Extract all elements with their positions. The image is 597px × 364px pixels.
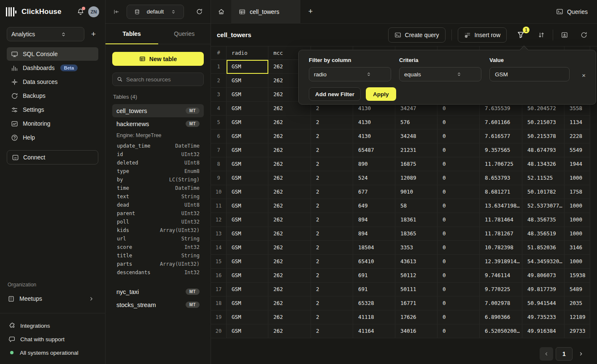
- grid-cell[interactable]: 262: [268, 213, 311, 227]
- explorer-tab-tables[interactable]: Tables: [105, 24, 158, 44]
- grid-cell[interactable]: 8: [211, 157, 227, 171]
- grid-cell[interactable]: 0: [438, 310, 480, 324]
- grid-cell[interactable]: 0: [438, 297, 480, 310]
- queries-button[interactable]: Queries: [556, 0, 588, 23]
- database-selector[interactable]: default: [127, 5, 184, 19]
- grid-cell[interactable]: 2: [311, 227, 353, 241]
- grid-cell[interactable]: 1000: [565, 227, 590, 241]
- grid-cell[interactable]: GSM: [227, 74, 268, 88]
- grid-cell[interactable]: 3: [211, 88, 227, 102]
- grid-cell[interactable]: 0: [438, 213, 480, 227]
- add-workspace-button[interactable]: +: [89, 29, 98, 40]
- grid-cell[interactable]: 14: [211, 241, 227, 255]
- grid-cell[interactable]: 7.002978: [480, 297, 522, 310]
- grid-cell[interactable]: 262: [268, 157, 311, 171]
- grid-cell[interactable]: 11.781464: [480, 213, 522, 227]
- grid-cell[interactable]: 2: [311, 324, 353, 338]
- grid-cell[interactable]: 50111: [395, 283, 438, 297]
- grid-cell[interactable]: 1134: [565, 116, 590, 129]
- grid-cell[interactable]: 16: [211, 269, 227, 283]
- grid-cell[interactable]: 677: [353, 185, 395, 199]
- grid-cell[interactable]: 8.681271: [480, 185, 522, 199]
- explorer-tab-queries[interactable]: Queries: [158, 24, 211, 44]
- home-tab[interactable]: [211, 0, 231, 23]
- grid-cell[interactable]: 524: [353, 171, 395, 185]
- grid-cell[interactable]: 18361: [395, 213, 438, 227]
- grid-cell[interactable]: 50.941544: [522, 297, 565, 310]
- grid-cell[interactable]: 9: [211, 171, 227, 185]
- grid-cell[interactable]: GSM: [227, 310, 268, 324]
- grid-cell[interactable]: 6.890366: [480, 310, 522, 324]
- grid-cell[interactable]: 15938: [565, 269, 590, 283]
- grid-cell[interactable]: 0: [438, 283, 480, 297]
- grid-cell[interactable]: 0: [438, 255, 480, 269]
- grid-cell[interactable]: 262: [268, 283, 311, 297]
- grid-cell[interactable]: GSM: [227, 283, 268, 297]
- new-table-button[interactable]: New table: [112, 52, 204, 66]
- grid-cell[interactable]: 11.706725: [480, 157, 522, 171]
- grid-cell[interactable]: 18: [211, 297, 227, 310]
- grid-cell[interactable]: 50.101782: [522, 185, 565, 199]
- grid-cell[interactable]: GSM: [227, 157, 268, 171]
- grid-cell[interactable]: GSM: [227, 129, 268, 143]
- grid-cell[interactable]: GSM: [227, 116, 268, 129]
- new-tab-button[interactable]: +: [300, 0, 321, 23]
- grid-cell[interactable]: 12.3918914…: [480, 255, 522, 269]
- grid-cell[interactable]: 7.601166: [480, 116, 522, 129]
- collapse-panel-icon[interactable]: [113, 8, 120, 15]
- grid-cell[interactable]: 15: [211, 255, 227, 269]
- org-item-meetups[interactable]: Meetups: [7, 292, 98, 305]
- grid-cell[interactable]: 41164: [353, 324, 395, 338]
- grid-cell[interactable]: 576: [395, 116, 438, 129]
- grid-cell[interactable]: GSM: [227, 213, 268, 227]
- grid-cell[interactable]: 1: [211, 60, 227, 74]
- grid-cell[interactable]: 262: [268, 171, 311, 185]
- grid-cell[interactable]: 34016: [395, 324, 438, 338]
- grid-cell[interactable]: 262: [268, 269, 311, 283]
- grid-cell[interactable]: 52.11525: [522, 171, 565, 185]
- grid-cell[interactable]: 1944: [565, 157, 590, 171]
- footer-item-integrations[interactable]: Integrations: [7, 319, 98, 332]
- grid-cell[interactable]: GSM: [227, 88, 268, 102]
- filter-close-button[interactable]: ×: [582, 72, 586, 79]
- grid-cell[interactable]: 12: [211, 213, 227, 227]
- prev-page-button[interactable]: [540, 347, 553, 361]
- grid-header-cell[interactable]: #: [211, 46, 227, 60]
- grid-cell[interactable]: 18365: [395, 227, 438, 241]
- filter-criteria-select[interactable]: equals: [399, 67, 481, 81]
- grid-cell[interactable]: 10.782398: [480, 241, 522, 255]
- grid-cell[interactable]: 262: [268, 199, 311, 213]
- grid-cell[interactable]: 2: [311, 157, 353, 171]
- grid-cell[interactable]: 29733: [565, 324, 590, 338]
- search-resources-input[interactable]: [126, 76, 199, 83]
- grid-cell[interactable]: GSM: [227, 324, 268, 338]
- create-query-button[interactable]: Create query: [388, 27, 446, 43]
- sidebar-item-dashboards[interactable]: DashboardsBeta: [7, 61, 98, 75]
- avatar[interactable]: ZN: [88, 6, 99, 17]
- grid-cell[interactable]: 11.781267: [480, 227, 522, 241]
- grid-cell[interactable]: 890: [353, 157, 395, 171]
- grid-cell[interactable]: 8.653793: [480, 171, 522, 185]
- grid-cell[interactable]: 5549: [565, 143, 590, 157]
- grid-cell[interactable]: 50.215378: [522, 129, 565, 143]
- grid-cell[interactable]: 48.356519: [522, 227, 565, 241]
- sidebar-item-monitoring[interactable]: Monitoring: [7, 117, 98, 130]
- grid-cell[interactable]: 2: [311, 116, 353, 129]
- grid-cell[interactable]: 49.735233: [522, 310, 565, 324]
- grid-cell[interactable]: 13: [211, 227, 227, 241]
- filter-button[interactable]: 1: [515, 29, 527, 40]
- grid-cell[interactable]: GSM: [227, 185, 268, 199]
- grid-cell[interactable]: 48.356735: [522, 213, 565, 227]
- grid-cell[interactable]: 49.817739: [522, 283, 565, 297]
- grid-cell[interactable]: 1000: [565, 199, 590, 213]
- grid-cell[interactable]: 11: [211, 199, 227, 213]
- filter-value-input[interactable]: [489, 67, 570, 81]
- grid-cell[interactable]: 262: [268, 241, 311, 255]
- refresh-tables-icon[interactable]: [196, 8, 203, 15]
- grid-cell[interactable]: 262: [268, 324, 311, 338]
- grid-cell[interactable]: 16771: [395, 297, 438, 310]
- sidebar-item-data-sources[interactable]: Data sources: [7, 75, 98, 89]
- grid-cell[interactable]: 51.852036: [522, 241, 565, 255]
- grid-cell[interactable]: 17626: [395, 310, 438, 324]
- grid-cell[interactable]: 1000: [565, 213, 590, 227]
